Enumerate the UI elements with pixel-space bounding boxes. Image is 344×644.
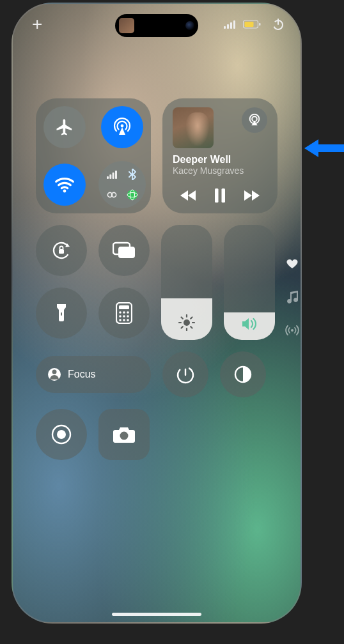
vpn-icon bbox=[123, 185, 142, 204]
svg-rect-2 bbox=[227, 24, 229, 29]
record-icon bbox=[51, 424, 72, 445]
svg-rect-15 bbox=[113, 172, 114, 179]
svg-point-37 bbox=[119, 315, 121, 318]
cellular-cluster-button[interactable] bbox=[98, 161, 146, 208]
iphone-frame: + bbox=[12, 3, 302, 624]
broadcast-page-icon[interactable] bbox=[285, 323, 299, 337]
cellular-signal-icon bbox=[224, 20, 237, 29]
wifi-toggle[interactable] bbox=[43, 164, 86, 206]
airplay-button[interactable] bbox=[242, 107, 267, 133]
svg-point-38 bbox=[123, 315, 125, 318]
camera-button[interactable] bbox=[98, 409, 150, 460]
svg-rect-24 bbox=[215, 188, 219, 203]
svg-rect-3 bbox=[230, 22, 232, 29]
brightness-slider[interactable] bbox=[161, 225, 212, 340]
svg-line-49 bbox=[191, 326, 192, 328]
connectivity-card[interactable] bbox=[36, 98, 151, 213]
screen-mirroring-button[interactable] bbox=[98, 225, 150, 276]
track-title: Deeper Well bbox=[173, 153, 267, 165]
pause-icon bbox=[214, 188, 226, 203]
svg-marker-0 bbox=[304, 139, 344, 157]
hotspot-icon bbox=[102, 185, 121, 204]
airdrop-icon bbox=[112, 117, 132, 137]
svg-point-40 bbox=[119, 319, 121, 321]
volume-slider[interactable] bbox=[224, 225, 275, 340]
svg-rect-7 bbox=[259, 23, 261, 26]
cellular-bars-icon bbox=[102, 165, 121, 184]
calculator-icon bbox=[116, 302, 132, 324]
play-pause-button[interactable] bbox=[208, 184, 231, 207]
page-rail bbox=[285, 257, 299, 337]
dark-mode-button[interactable] bbox=[220, 351, 266, 397]
music-page-icon[interactable] bbox=[285, 290, 299, 304]
next-track-button[interactable] bbox=[240, 184, 263, 207]
brightness-icon bbox=[178, 314, 195, 331]
add-control-button[interactable]: + bbox=[32, 15, 42, 33]
svg-rect-13 bbox=[107, 176, 109, 179]
previous-track-button[interactable] bbox=[177, 184, 200, 207]
svg-rect-16 bbox=[115, 171, 117, 179]
airplay-icon bbox=[247, 113, 262, 127]
track-artist: Kacey Musgraves bbox=[173, 165, 267, 176]
svg-point-35 bbox=[123, 311, 125, 314]
bluetooth-icon bbox=[123, 165, 142, 184]
battery-icon bbox=[243, 20, 261, 29]
svg-point-12 bbox=[63, 190, 66, 193]
svg-line-48 bbox=[182, 318, 183, 319]
camera-icon bbox=[113, 425, 136, 444]
backward-icon bbox=[180, 189, 198, 202]
home-indicator[interactable] bbox=[112, 613, 201, 616]
svg-point-58 bbox=[57, 430, 66, 439]
focus-icon bbox=[47, 367, 61, 381]
focus-label: Focus bbox=[68, 369, 96, 380]
now-playing-thumbnail-icon bbox=[119, 18, 134, 33]
svg-rect-14 bbox=[109, 174, 111, 179]
svg-rect-1 bbox=[224, 26, 226, 29]
airdrop-toggle[interactable] bbox=[101, 106, 143, 148]
airplane-mode-toggle[interactable] bbox=[43, 106, 86, 148]
flashlight-button[interactable] bbox=[36, 288, 87, 339]
front-camera-icon bbox=[185, 21, 194, 30]
volume-icon bbox=[241, 317, 258, 331]
favorites-page-icon[interactable] bbox=[285, 257, 299, 271]
svg-rect-28 bbox=[59, 249, 64, 254]
annotation-arrow bbox=[304, 135, 344, 161]
svg-point-34 bbox=[119, 311, 121, 314]
svg-point-59 bbox=[120, 432, 129, 440]
svg-point-11 bbox=[121, 125, 124, 128]
dark-mode-icon bbox=[233, 365, 253, 384]
orientation-lock-button[interactable] bbox=[36, 225, 87, 276]
timer-button[interactable] bbox=[162, 351, 208, 397]
svg-line-50 bbox=[191, 318, 192, 319]
flashlight-icon bbox=[55, 302, 68, 324]
dynamic-island[interactable] bbox=[115, 14, 198, 37]
screen-record-button[interactable] bbox=[36, 409, 87, 460]
svg-point-39 bbox=[127, 315, 129, 318]
svg-point-42 bbox=[127, 319, 129, 321]
svg-point-23 bbox=[252, 116, 257, 121]
forward-icon bbox=[242, 189, 260, 202]
svg-rect-31 bbox=[118, 247, 135, 258]
svg-point-53 bbox=[52, 370, 57, 374]
svg-point-41 bbox=[123, 319, 125, 321]
power-button[interactable] bbox=[271, 17, 285, 31]
svg-rect-29 bbox=[61, 312, 62, 316]
svg-point-19 bbox=[127, 190, 137, 200]
focus-button[interactable]: Focus bbox=[36, 356, 151, 393]
svg-point-36 bbox=[127, 311, 129, 314]
svg-rect-4 bbox=[233, 20, 235, 29]
now-playing-card[interactable]: Deeper Well Kacey Musgraves bbox=[162, 98, 278, 213]
wifi-icon bbox=[54, 174, 75, 195]
svg-point-10 bbox=[291, 329, 293, 332]
orientation-lock-icon bbox=[51, 240, 72, 261]
airplane-icon bbox=[55, 118, 74, 137]
svg-rect-25 bbox=[221, 188, 225, 203]
svg-line-51 bbox=[182, 326, 183, 328]
timer-icon bbox=[175, 364, 196, 385]
screen-mirroring-icon bbox=[113, 241, 136, 260]
svg-point-43 bbox=[184, 319, 190, 326]
svg-rect-6 bbox=[245, 22, 254, 27]
svg-rect-33 bbox=[119, 305, 129, 309]
album-art bbox=[173, 107, 214, 148]
calculator-button[interactable] bbox=[98, 288, 150, 339]
